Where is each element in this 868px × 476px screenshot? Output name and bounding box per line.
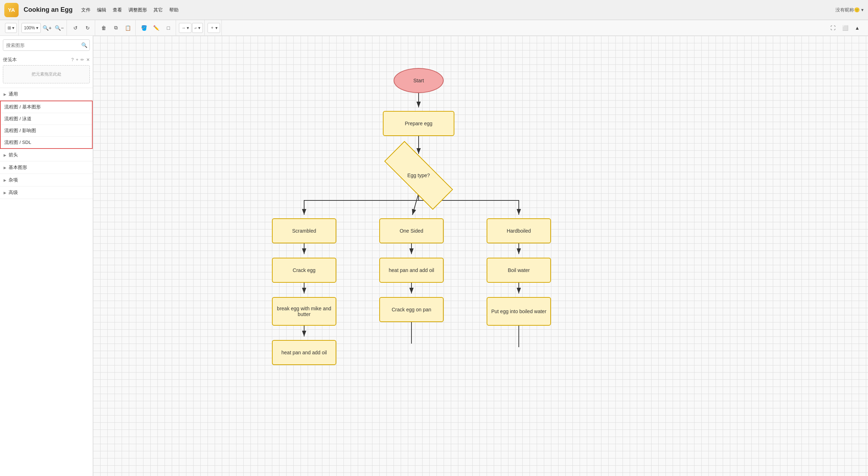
view-dropdown-arrow: ▾ — [12, 25, 14, 30]
expand-arrow-misc: ▶ — [4, 178, 6, 182]
waypoint-dropdown[interactable]: ⌐ ▾ — [192, 23, 203, 33]
add-arrow: ▾ — [215, 25, 218, 30]
menu-edit[interactable]: 编辑 — [97, 7, 106, 13]
flowchart-node-eggtype[interactable]: Egg type? — [376, 157, 462, 193]
flowchart-node-hardboiled[interactable]: Hardboiled — [487, 218, 551, 243]
copy-button[interactable]: ⧉ — [110, 23, 122, 33]
toolbar-history-group: ↺ ↻ — [68, 20, 95, 35]
expand-arrow-general: ▶ — [4, 92, 6, 96]
connector-arrow: ▾ — [187, 25, 189, 30]
zoom-level: 100% — [24, 25, 35, 30]
expand-arrow-advanced: ▶ — [4, 191, 6, 195]
sidebar-section-arrow: ▶ 箭头 — [0, 149, 93, 161]
shadow-button[interactable]: □ — [163, 23, 174, 33]
sidebar-section-general: ▶ 通用 — [0, 88, 93, 101]
toolbar-format-group: 🪣 ✏️ □ — [137, 20, 176, 35]
add-icon: ＋ — [210, 25, 214, 31]
delete-button[interactable]: 🗑 — [98, 23, 109, 33]
view-dropdown[interactable]: ⊞ ▾ — [5, 23, 17, 33]
sidebar-section-advanced: ▶ 高级 — [0, 186, 93, 199]
notepad-drop-area: 把元素拖至此处 — [3, 65, 90, 83]
sidebar-section-misc-header[interactable]: ▶ 杂项 — [0, 174, 93, 186]
main-area: 🔍 便笺本 ? + ✏ ✕ 把元素拖至此处 ▶ 通用 流程 — [0, 36, 868, 476]
notepad-close-icon[interactable]: ✕ — [86, 57, 90, 62]
sidebar-section-arrow-label: 箭头 — [9, 152, 18, 158]
notepad-section: 便笺本 ? + ✏ ✕ 把元素拖至此处 — [0, 54, 93, 88]
waypoint-icon: ⌐ — [195, 25, 197, 30]
zoom-dropdown[interactable]: 100% ▾ — [21, 23, 41, 33]
zoom-in-button[interactable]: 🔍+ — [42, 23, 53, 33]
flowchart-node-putinwater[interactable]: Put egg into boiled water — [487, 297, 551, 326]
menu-view[interactable]: 查看 — [113, 7, 122, 13]
toolbar-fullscreen-group: ⛶ ⬜ ▲ — [826, 20, 864, 35]
search-box: 🔍 — [3, 39, 90, 51]
app-logo: YA — [4, 3, 19, 17]
notepad-label: 便笺本 — [3, 57, 17, 63]
sidebar: 🔍 便笺本 ? + ✏ ✕ 把元素拖至此处 ▶ 通用 流程 — [0, 36, 93, 476]
flowchart-node-scrambled[interactable]: Scrambled — [272, 218, 336, 243]
sidebar-section-general-label: 通用 — [9, 91, 18, 97]
redo-button[interactable]: ↻ — [82, 23, 93, 33]
notepad-add-icon[interactable]: + — [76, 57, 78, 62]
line-color-button[interactable]: ✏️ — [151, 23, 162, 33]
zoom-arrow: ▾ — [36, 25, 38, 30]
search-icon[interactable]: 🔍 — [79, 40, 89, 50]
arrows-svg — [93, 36, 868, 476]
flowchart-node-crackegg[interactable]: Crack egg — [272, 258, 336, 283]
expand-arrow-basic: ▶ — [4, 166, 6, 170]
toolbar: ⊞ ▾ 100% ▾ 🔍+ 🔍− ↺ ↻ 🗑 ⧉ 📋 🪣 ✏️ □ → ▾ ⌐ … — [0, 20, 868, 36]
sidebar-section-basic-label: 基本图形 — [9, 164, 27, 171]
flowchart-node-heatpan2[interactable]: heat pan and add oil — [272, 340, 336, 365]
notepad-icons: ? + ✏ ✕ — [71, 57, 90, 62]
fill-color-button[interactable]: 🪣 — [138, 23, 150, 33]
sidebar-item-flowchart-basic[interactable]: 流程图 / 基本图形 — [1, 101, 92, 113]
menu-adjust[interactable]: 调整图形 — [128, 7, 147, 13]
sidebar-item-flowchart-swim[interactable]: 流程图 / 泳道 — [1, 113, 92, 125]
sidebar-section-basic-header[interactable]: ▶ 基本图形 — [0, 161, 93, 174]
sidebar-section-misc-label: 杂项 — [9, 177, 18, 183]
flowchart-node-crackonpan[interactable]: Crack egg on pan — [379, 297, 444, 322]
flowchart-node-prepare[interactable]: Prepare egg — [383, 111, 454, 136]
flowchart-node-breakmike[interactable]: break egg with mike and butter — [272, 297, 336, 326]
sidebar-section-general-header[interactable]: ▶ 通用 — [0, 88, 93, 100]
toolbar-zoom-group: 100% ▾ 🔍+ 🔍− — [20, 20, 67, 35]
connector-dropdown[interactable]: → ▾ — [179, 23, 191, 33]
notepad-help-icon[interactable]: ? — [71, 57, 74, 62]
expand-button[interactable]: ⬜ — [839, 23, 851, 33]
sidebar-section-advanced-header[interactable]: ▶ 高级 — [0, 186, 93, 199]
toolbar-edit-group: 🗑 ⧉ 📋 — [97, 20, 136, 35]
undo-button[interactable]: ↺ — [70, 23, 81, 33]
flowchart-node-heatpan1[interactable]: heat pan and add oil — [379, 258, 444, 283]
menu-bar: 文件 编辑 查看 调整图形 其它 帮助 — [81, 7, 179, 13]
expand-arrow-arrow: ▶ — [4, 153, 6, 157]
sidebar-item-flowchart-influence[interactable]: 流程图 / 影响图 — [1, 125, 92, 137]
add-dropdown[interactable]: ＋ ▾ — [208, 23, 220, 33]
flowchart-node-boilwater[interactable]: Boil water — [487, 258, 551, 283]
collapse-button[interactable]: ▲ — [852, 23, 863, 33]
svg-line-3 — [413, 193, 419, 215]
titlebar: YA Cooking an Egg 文件 编辑 查看 调整图形 其它 帮助 没有… — [0, 0, 868, 20]
canvas[interactable]: StartPrepare egg Egg type? ScrambledOne … — [93, 36, 868, 476]
sidebar-section-misc: ▶ 杂项 — [0, 174, 93, 186]
sidebar-section-basic: ▶ 基本图形 — [0, 161, 93, 174]
connector-icon: → — [181, 25, 186, 30]
toolbar-add-group: ＋ ▾ — [206, 20, 222, 35]
menu-other[interactable]: 其它 — [153, 7, 163, 13]
flowchart-node-start[interactable]: Start — [394, 68, 444, 93]
fullscreen-button[interactable]: ⛶ — [827, 23, 839, 33]
menu-help[interactable]: 帮助 — [169, 7, 179, 13]
toolbar-connector-group: → ▾ ⌐ ▾ — [177, 20, 205, 35]
sidebar-item-flowchart-sdl[interactable]: 流程图 / SDL — [1, 137, 92, 148]
toolbar-view-group: ⊞ ▾ — [4, 20, 19, 35]
flowchart-node-onesided[interactable]: One Sided — [379, 218, 444, 243]
search-input[interactable] — [3, 40, 79, 50]
zoom-out-button[interactable]: 🔍− — [54, 23, 65, 33]
waypoint-arrow: ▾ — [198, 25, 200, 30]
user-area[interactable]: 没有昵称🙂 ▾ — [835, 7, 864, 13]
menu-file[interactable]: 文件 — [81, 7, 91, 13]
view-icon: ⊞ — [8, 25, 11, 30]
paste-button[interactable]: 📋 — [122, 23, 134, 33]
sidebar-section-arrow-header[interactable]: ▶ 箭头 — [0, 149, 93, 161]
app-title: Cooking an Egg — [24, 6, 73, 14]
notepad-edit-icon[interactable]: ✏ — [81, 57, 84, 62]
